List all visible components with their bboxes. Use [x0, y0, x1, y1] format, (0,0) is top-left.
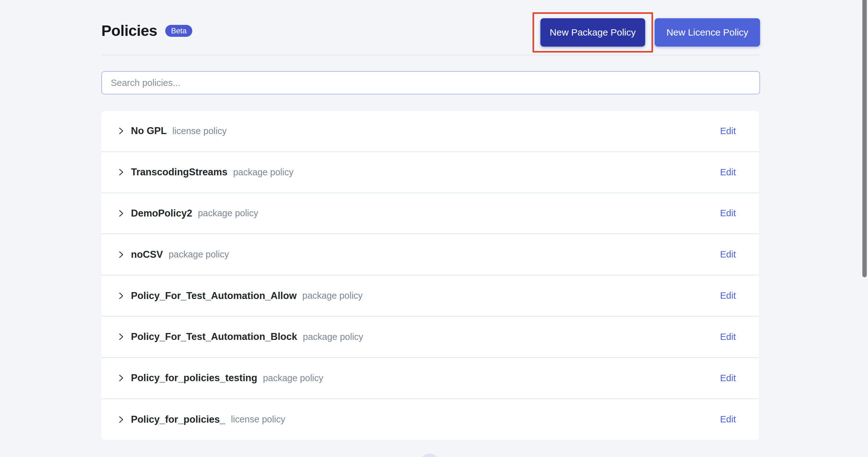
policy-row[interactable]: Policy_For_Test_Automation_Block package…: [101, 316, 759, 358]
policy-type-label: package policy: [233, 167, 293, 178]
policy-list: No GPL license policy Edit TranscodingSt…: [101, 111, 759, 440]
policy-type-label: package policy: [303, 332, 363, 342]
policy-name: Policy_For_Test_Automation_Block: [131, 331, 297, 342]
policy-type-label: license policy: [231, 414, 285, 425]
policy-row[interactable]: DemoPolicy2 package policy Edit: [101, 193, 759, 235]
policy-name: DemoPolicy2: [131, 208, 192, 219]
policy-type-label: package policy: [263, 373, 323, 383]
new-licence-policy-button[interactable]: New Licence Policy: [655, 18, 760, 47]
chevron-right-icon[interactable]: [117, 332, 125, 341]
edit-link[interactable]: Edit: [720, 167, 736, 178]
edit-link[interactable]: Edit: [720, 414, 736, 425]
policy-type-label: package policy: [169, 249, 229, 260]
edit-link[interactable]: Edit: [720, 291, 736, 301]
policy-row[interactable]: Policy_for_policies_ license policy Edit: [101, 399, 759, 440]
bottom-peek-element: [421, 454, 439, 457]
beta-badge: Beta: [165, 25, 192, 37]
policy-row[interactable]: No GPL license policy Edit: [101, 111, 759, 152]
edit-link[interactable]: Edit: [720, 208, 736, 218]
search-input[interactable]: [101, 71, 760, 94]
policy-row[interactable]: noCSV package policy Edit: [101, 234, 759, 275]
policies-page: Policies Beta New Package Policy New Lic…: [0, 0, 868, 457]
chevron-right-icon[interactable]: [117, 291, 125, 301]
edit-link[interactable]: Edit: [720, 332, 736, 342]
policy-name: Policy_for_policies_testing: [131, 372, 257, 384]
edit-link[interactable]: Edit: [720, 249, 736, 260]
new-package-policy-button[interactable]: New Package Policy: [540, 18, 645, 47]
annotation-highlight-box: New Package Policy: [532, 12, 653, 53]
policy-name: Policy_for_policies_: [131, 414, 225, 425]
policy-name: No GPL: [131, 125, 167, 136]
policy-name: noCSV: [131, 249, 163, 260]
page-header: Policies Beta New Package Policy New Lic…: [101, 0, 760, 55]
policy-row[interactable]: Policy_for_policies_testing package poli…: [101, 358, 759, 399]
scrollbar-thumb[interactable]: [862, 0, 867, 277]
chevron-right-icon[interactable]: [117, 209, 125, 218]
chevron-right-icon[interactable]: [117, 126, 125, 136]
page-title: Policies: [101, 22, 157, 39]
chevron-right-icon[interactable]: [117, 167, 125, 177]
policy-row[interactable]: TranscodingStreams package policy Edit: [101, 152, 759, 193]
title-group: Policies Beta: [101, 22, 192, 39]
policy-name: TranscodingStreams: [131, 166, 227, 178]
search-bar: [101, 71, 760, 94]
edit-link[interactable]: Edit: [720, 126, 736, 136]
chevron-right-icon[interactable]: [117, 373, 125, 383]
edit-link[interactable]: Edit: [720, 373, 736, 383]
policy-type-label: license policy: [173, 126, 226, 136]
chevron-right-icon[interactable]: [117, 415, 125, 424]
policy-row[interactable]: Policy_For_Test_Automation_Allow package…: [101, 275, 759, 316]
policy-type-label: package policy: [303, 291, 363, 301]
chevron-right-icon[interactable]: [117, 250, 125, 260]
policy-name: Policy_For_Test_Automation_Allow: [131, 290, 297, 302]
policy-type-label: package policy: [198, 208, 258, 218]
